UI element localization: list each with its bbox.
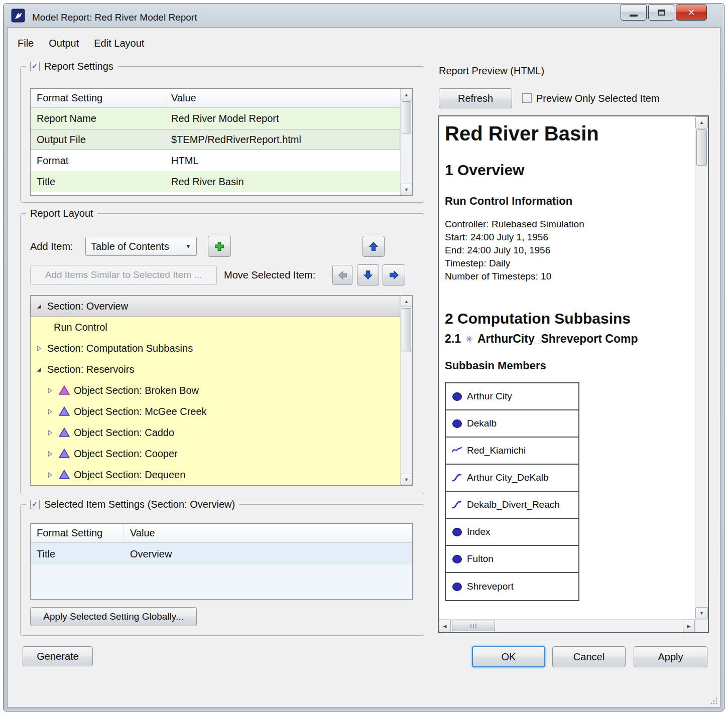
maximize-icon	[658, 10, 665, 16]
tree-item-section-reservoirs[interactable]: Section: Reservoirs	[31, 359, 400, 380]
cancel-button[interactable]: Cancel	[552, 646, 626, 667]
scroll-thumb[interactable]	[402, 308, 411, 352]
refresh-button[interactable]: Refresh	[439, 88, 512, 108]
reservoir-icon	[451, 417, 463, 430]
reservoir-icon	[451, 526, 463, 538]
preview-only-checkbox[interactable]	[522, 93, 532, 103]
minimize-button[interactable]	[621, 4, 647, 21]
add-item-button[interactable]	[208, 236, 231, 257]
expander-collapsed-icon[interactable]	[45, 449, 55, 459]
close-button[interactable]: ✕	[676, 4, 707, 21]
tree-item-object-dequeen[interactable]: Object Section: Dequeen	[31, 464, 400, 485]
tree-item-section-computation-subbasins[interactable]: Section: Computation Subbasins	[31, 338, 400, 359]
window-title: Model Report: Red River Model Report	[32, 12, 197, 23]
table-row-selected[interactable]: Title Overview	[31, 543, 412, 565]
report-layout-tree: Section: Overview Run Control Section: C…	[30, 295, 413, 486]
scroll-up-button[interactable]: ▲	[695, 116, 708, 128]
scroll-up-button[interactable]: ▲	[401, 296, 412, 307]
close-icon: ✕	[687, 7, 695, 18]
menu-edit-layout[interactable]: Edit Layout	[86, 34, 152, 53]
report-settings-checkbox[interactable]: ✓	[30, 62, 40, 71]
move-right-button[interactable]	[383, 264, 405, 285]
member-row: Arthur City_DeKalb	[446, 465, 578, 492]
apply-setting-globally-button[interactable]: Apply Selected Setting Globally...	[30, 607, 197, 626]
combo-selected-value: Table of Contents	[91, 241, 169, 252]
expander-collapsed-icon[interactable]	[45, 406, 55, 416]
menu-output[interactable]: Output	[41, 34, 86, 53]
reservoir-icon	[58, 448, 70, 460]
cell-setting: Format	[31, 155, 165, 167]
table-row-selected[interactable]: Output File $TEMP/RedRiverReport.html	[31, 129, 400, 150]
tree-item-object-cooper[interactable]: Object Section: Cooper	[31, 443, 400, 464]
tree-item-label: Section: Reservoirs	[47, 364, 134, 375]
arrow-up-icon	[368, 241, 379, 252]
vertical-scrollbar[interactable]: ▲ ▼	[400, 296, 412, 485]
expander-collapsed-icon[interactable]	[45, 470, 55, 480]
reservoir-icon	[58, 405, 70, 417]
column-header-value[interactable]: Value	[165, 89, 400, 107]
scroll-down-icon: ▼	[404, 477, 409, 482]
cell-setting: Title	[31, 548, 124, 560]
scroll-down-button[interactable]: ▼	[401, 184, 412, 195]
move-down-button[interactable]	[357, 264, 379, 285]
arrow-left-icon	[337, 270, 348, 280]
preview-vertical-scrollbar[interactable]: ▲ ▼	[695, 116, 708, 619]
reservoir-icon	[451, 581, 463, 593]
cell-value: Red River Model Report	[165, 113, 285, 124]
tree-item-run-control[interactable]: Run Control	[31, 317, 400, 338]
scroll-up-icon: ▲	[699, 120, 704, 125]
maximize-button[interactable]	[648, 4, 674, 21]
scroll-left-icon: ◀	[443, 624, 447, 629]
add-item-combobox[interactable]: Table of Contents ▼	[85, 237, 197, 256]
table-row[interactable]: Title Red River Basin	[31, 171, 400, 192]
scroll-down-button[interactable]: ▼	[401, 474, 412, 485]
table-row[interactable]: Format HTML	[31, 150, 400, 171]
column-header-format-setting[interactable]: Format Setting	[31, 89, 165, 107]
scroll-up-icon: ▲	[404, 299, 409, 304]
expander-collapsed-icon[interactable]	[45, 385, 55, 395]
move-up-button[interactable]	[362, 236, 385, 257]
apply-button[interactable]: Apply	[634, 646, 707, 667]
expander-collapsed-icon[interactable]	[45, 427, 55, 438]
move-left-button[interactable]	[332, 265, 352, 285]
ok-button[interactable]: OK	[472, 646, 545, 667]
expander-expanded-icon[interactable]	[34, 364, 44, 374]
scroll-up-button[interactable]: ▲	[401, 89, 412, 100]
preview-only-label: Preview Only Selected Item	[536, 88, 660, 108]
subbasin-members-table: Arthur City Dekalb Red_Kiamichi Arthur C…	[445, 382, 579, 601]
add-similar-items-label: Add Items Similar to Selected Item ...	[45, 269, 202, 280]
column-header-format-setting[interactable]: Format Setting	[31, 524, 124, 542]
resize-grip[interactable]	[710, 696, 718, 704]
scroll-thumb[interactable]	[452, 621, 495, 631]
expander-collapsed-icon[interactable]	[34, 343, 44, 353]
selected-item-settings-group-label: ✓ Selected Item Settings (Section: Overv…	[26, 498, 239, 511]
preview-horizontal-scrollbar[interactable]: ◀ ▶	[439, 619, 695, 632]
table-row[interactable]: Report Name Red River Model Report	[31, 108, 400, 129]
cell-value: Overview	[124, 548, 178, 560]
tree-item-object-mcgee-creek[interactable]: Object Section: McGee Creek	[31, 401, 400, 422]
column-header-value[interactable]: Value	[124, 524, 412, 542]
scroll-down-button[interactable]: ▼	[695, 607, 708, 619]
scroll-right-button[interactable]: ▶	[683, 620, 695, 632]
add-similar-items-button[interactable]: Add Items Similar to Selected Item ...	[30, 265, 217, 285]
tree-item-label: Object Section: Cooper	[74, 448, 178, 460]
member-name: Dekalb_Divert_Reach	[467, 499, 560, 510]
selected-item-settings-checkbox[interactable]: ✓	[30, 500, 40, 509]
scroll-thumb[interactable]	[402, 101, 411, 133]
tree-item-section-overview[interactable]: Section: Overview	[31, 296, 400, 317]
report-settings-header: Format Setting Value	[31, 89, 400, 108]
tree-item-object-broken-bow[interactable]: Object Section: Broken Bow	[31, 380, 400, 401]
check-icon: ✓	[32, 500, 38, 508]
expander-expanded-icon[interactable]	[34, 301, 44, 311]
cell-value: Red River Basin	[165, 176, 250, 188]
subsection-name: ArthurCity_Shreveport Comp	[477, 332, 638, 346]
menu-file[interactable]: File	[10, 34, 41, 53]
scroll-thumb[interactable]	[696, 129, 707, 166]
tree-item-object-caddo[interactable]: Object Section: Caddo	[31, 422, 400, 443]
vertical-scrollbar[interactable]: ▲ ▼	[400, 89, 412, 195]
tree-item-label: Object Section: Caddo	[74, 427, 174, 439]
preview-doc-title: Red River Basin	[445, 122, 599, 145]
generate-button[interactable]: Generate	[23, 646, 93, 666]
scroll-left-button[interactable]: ◀	[439, 620, 451, 632]
move-selected-item-label: Move Selected Item:	[224, 265, 315, 285]
